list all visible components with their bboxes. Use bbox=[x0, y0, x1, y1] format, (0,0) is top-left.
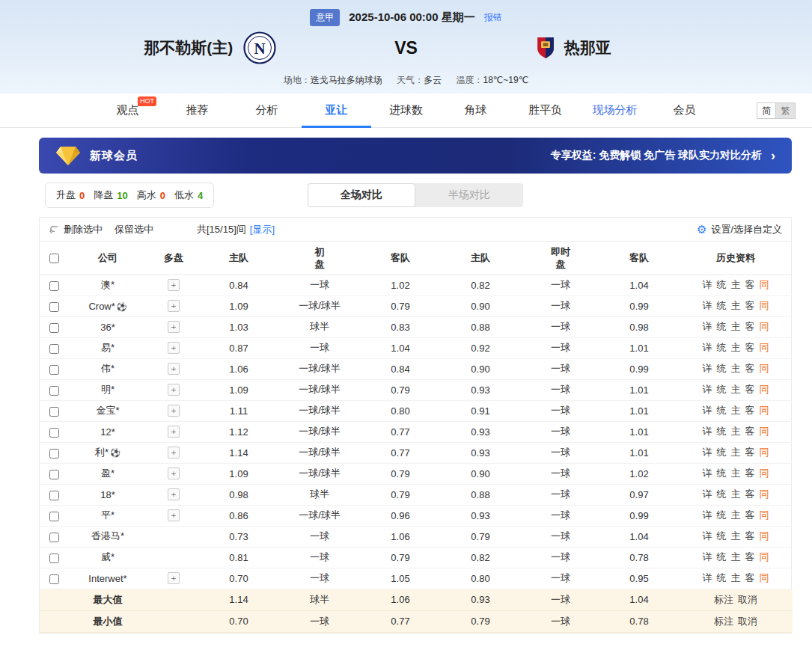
expand-multi-odds-button[interactable]: + bbox=[168, 467, 180, 479]
history-home-link[interactable]: 主 bbox=[731, 321, 741, 332]
history-away-link[interactable]: 客 bbox=[745, 279, 755, 290]
company-name[interactable]: 18* bbox=[100, 489, 115, 500]
row-checkbox[interactable] bbox=[49, 344, 59, 354]
history-same-link[interactable]: 同 bbox=[760, 300, 769, 311]
row-checkbox[interactable] bbox=[49, 554, 59, 563]
nav-item-corners[interactable]: 角球 bbox=[441, 93, 510, 128]
history-stats-link[interactable]: 统 bbox=[717, 488, 727, 500]
row-checkbox[interactable] bbox=[49, 365, 59, 375]
history-stats-link[interactable]: 统 bbox=[717, 551, 727, 562]
history-away-link[interactable]: 客 bbox=[745, 342, 755, 353]
history-detail-link[interactable]: 详 bbox=[703, 551, 712, 562]
history-away-link[interactable]: 客 bbox=[745, 426, 755, 437]
history-stats-link[interactable]: 统 bbox=[717, 509, 727, 521]
row-checkbox[interactable] bbox=[49, 512, 59, 521]
history-home-link[interactable]: 主 bbox=[731, 530, 741, 542]
history-detail-link[interactable]: 详 bbox=[703, 279, 712, 290]
history-same-link[interactable]: 同 bbox=[760, 467, 769, 479]
history-same-link[interactable]: 同 bbox=[760, 405, 769, 416]
promo-banner[interactable]: 新球会员 专享权益: 免费解锁 免广告 球队实力对比分析 › bbox=[39, 138, 792, 174]
history-home-link[interactable]: 主 bbox=[731, 447, 741, 458]
history-same-link[interactable]: 同 bbox=[760, 572, 769, 583]
expand-multi-odds-button[interactable]: + bbox=[168, 426, 180, 438]
history-home-link[interactable]: 主 bbox=[731, 572, 741, 583]
nav-item-goals[interactable]: 进球数 bbox=[371, 93, 441, 128]
cancel-action-link[interactable]: 取消 bbox=[738, 594, 757, 605]
history-away-link[interactable]: 客 bbox=[745, 572, 755, 583]
history-same-link[interactable]: 同 bbox=[760, 447, 769, 458]
expand-multi-odds-button[interactable]: + bbox=[168, 405, 180, 417]
history-home-link[interactable]: 主 bbox=[731, 363, 741, 374]
row-checkbox[interactable] bbox=[49, 533, 59, 542]
history-same-link[interactable]: 同 bbox=[760, 488, 769, 500]
expand-multi-odds-button[interactable]: + bbox=[168, 572, 180, 584]
cancel-action-link[interactable]: 取消 bbox=[738, 616, 757, 627]
row-checkbox[interactable] bbox=[49, 323, 59, 333]
history-stats-link[interactable]: 统 bbox=[717, 363, 727, 374]
company-name[interactable]: 平* bbox=[101, 509, 115, 521]
history-stats-link[interactable]: 统 bbox=[717, 321, 727, 332]
company-name[interactable]: 威* bbox=[101, 551, 115, 562]
history-stats-link[interactable]: 统 bbox=[717, 342, 727, 353]
history-stats-link[interactable]: 统 bbox=[717, 384, 727, 395]
tab-full-match-compare[interactable]: 全场对比 bbox=[308, 183, 415, 207]
company-name[interactable]: 明* bbox=[101, 384, 115, 395]
show-link[interactable]: [显示] bbox=[250, 223, 275, 236]
history-away-link[interactable]: 客 bbox=[745, 467, 755, 479]
history-stats-link[interactable]: 统 bbox=[717, 572, 727, 583]
history-detail-link[interactable]: 详 bbox=[703, 530, 712, 542]
history-detail-link[interactable]: 详 bbox=[703, 488, 712, 500]
row-checkbox[interactable] bbox=[49, 386, 59, 396]
history-home-link[interactable]: 主 bbox=[731, 509, 741, 521]
history-detail-link[interactable]: 详 bbox=[703, 321, 712, 332]
history-home-link[interactable]: 主 bbox=[731, 342, 741, 353]
company-name[interactable]: Interwet* bbox=[88, 573, 126, 584]
company-name[interactable]: 香港马* bbox=[91, 530, 124, 542]
company-name[interactable]: 金宝* bbox=[96, 405, 119, 416]
company-name[interactable]: 澳* bbox=[101, 279, 115, 290]
history-detail-link[interactable]: 详 bbox=[703, 572, 712, 583]
lang-traditional-button[interactable]: 繁 bbox=[776, 102, 796, 119]
history-same-link[interactable]: 同 bbox=[760, 363, 769, 374]
row-checkbox[interactable] bbox=[49, 428, 59, 438]
nav-item-asian-handicap[interactable]: 亚让 bbox=[302, 93, 371, 128]
history-detail-link[interactable]: 详 bbox=[703, 467, 712, 479]
history-away-link[interactable]: 客 bbox=[745, 300, 755, 311]
row-checkbox[interactable] bbox=[49, 449, 59, 459]
mark-action-link[interactable]: 标注 bbox=[714, 616, 733, 627]
chevron-right-icon[interactable]: › bbox=[771, 148, 775, 164]
row-checkbox[interactable] bbox=[49, 470, 59, 479]
history-away-link[interactable]: 客 bbox=[745, 509, 755, 521]
expand-multi-odds-button[interactable]: + bbox=[168, 447, 180, 459]
history-detail-link[interactable]: 详 bbox=[703, 363, 712, 374]
nav-item-recommend[interactable]: 推荐 bbox=[162, 93, 232, 128]
nav-item-member[interactable]: 会员 bbox=[650, 93, 719, 128]
history-away-link[interactable]: 客 bbox=[745, 384, 755, 395]
history-away-link[interactable]: 客 bbox=[745, 551, 755, 562]
history-away-link[interactable]: 客 bbox=[745, 488, 755, 500]
history-detail-link[interactable]: 详 bbox=[703, 384, 712, 395]
expand-multi-odds-button[interactable]: + bbox=[168, 321, 180, 333]
expand-multi-odds-button[interactable]: + bbox=[168, 363, 180, 375]
history-stats-link[interactable]: 统 bbox=[717, 530, 727, 542]
nav-item-win-draw-lose[interactable]: 胜平负 bbox=[510, 93, 580, 128]
tab-half-match-compare[interactable]: 半场对比 bbox=[415, 183, 523, 207]
history-same-link[interactable]: 同 bbox=[760, 342, 769, 353]
company-name[interactable]: 利* bbox=[95, 447, 109, 458]
history-away-link[interactable]: 客 bbox=[745, 363, 755, 374]
expand-multi-odds-button[interactable]: + bbox=[168, 509, 180, 521]
history-same-link[interactable]: 同 bbox=[760, 426, 769, 437]
history-same-link[interactable]: 同 bbox=[760, 384, 769, 395]
history-away-link[interactable]: 客 bbox=[745, 405, 755, 416]
history-home-link[interactable]: 主 bbox=[731, 300, 741, 311]
history-same-link[interactable]: 同 bbox=[760, 321, 769, 332]
history-stats-link[interactable]: 统 bbox=[717, 279, 727, 290]
row-checkbox[interactable] bbox=[49, 302, 59, 312]
row-checkbox[interactable] bbox=[49, 281, 59, 291]
history-same-link[interactable]: 同 bbox=[760, 551, 769, 562]
history-same-link[interactable]: 同 bbox=[760, 509, 769, 521]
history-home-link[interactable]: 主 bbox=[731, 426, 741, 437]
history-away-link[interactable]: 客 bbox=[745, 321, 755, 332]
history-detail-link[interactable]: 详 bbox=[703, 509, 712, 521]
delete-selected-button[interactable]: 删除选中 bbox=[64, 223, 103, 236]
